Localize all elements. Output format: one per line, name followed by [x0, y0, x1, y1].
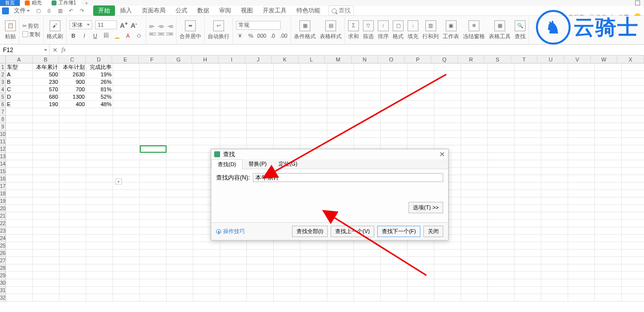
cell[interactable] — [140, 145, 167, 153]
cell[interactable] — [595, 272, 622, 279]
row-header[interactable]: 27 — [0, 257, 5, 264]
cell[interactable] — [568, 108, 595, 116]
cell[interactable] — [33, 235, 59, 242]
cell[interactable] — [515, 272, 541, 279]
col-header-I[interactable]: I — [219, 56, 245, 63]
cell[interactable] — [354, 264, 381, 272]
cell[interactable] — [140, 123, 167, 130]
cell[interactable] — [247, 272, 274, 279]
cell[interactable] — [59, 220, 86, 227]
cell[interactable] — [274, 101, 300, 108]
cell[interactable] — [220, 287, 247, 294]
cell[interactable] — [220, 250, 247, 257]
cell[interactable] — [193, 257, 220, 264]
cell[interactable] — [33, 205, 59, 212]
cell[interactable] — [274, 257, 300, 264]
cell[interactable] — [354, 250, 381, 257]
cell[interactable] — [381, 130, 408, 138]
cell[interactable] — [595, 227, 622, 235]
cell[interactable] — [354, 257, 381, 264]
cell[interactable] — [33, 168, 59, 175]
cell[interactable] — [33, 272, 59, 279]
cell[interactable] — [220, 116, 247, 123]
cell[interactable] — [59, 138, 86, 145]
cell[interactable] — [6, 183, 33, 190]
font-name-select[interactable]: 宋体 — [69, 20, 92, 29]
tab-review[interactable]: 审阅 — [214, 5, 236, 16]
align-center[interactable] — [158, 31, 165, 37]
col-header-J[interactable]: J — [245, 56, 272, 63]
cell[interactable] — [113, 272, 140, 279]
cell[interactable] — [327, 257, 354, 264]
cell[interactable] — [381, 63, 408, 71]
cell[interactable] — [6, 257, 33, 264]
cell[interactable] — [220, 242, 247, 250]
cell[interactable] — [515, 220, 541, 227]
cell[interactable] — [434, 287, 461, 294]
cell[interactable] — [247, 78, 274, 86]
clear-format-button[interactable]: ◇ — [135, 32, 143, 40]
cell[interactable] — [33, 242, 59, 250]
cell[interactable] — [220, 93, 247, 101]
cell[interactable] — [461, 197, 488, 205]
cell[interactable] — [140, 220, 167, 227]
cell[interactable] — [193, 78, 220, 86]
cell[interactable] — [193, 63, 220, 71]
cell[interactable] — [247, 242, 274, 250]
tab-page-layout[interactable]: 页面布局 — [137, 5, 171, 16]
row-header[interactable]: 31 — [0, 287, 5, 294]
cell[interactable] — [568, 101, 595, 108]
cell[interactable] — [622, 272, 644, 279]
cell[interactable] — [622, 160, 644, 168]
undo-icon[interactable]: ↶ — [67, 7, 74, 14]
cell[interactable] — [193, 116, 220, 123]
cell[interactable] — [6, 153, 33, 160]
cell[interactable] — [167, 160, 193, 168]
cell[interactable] — [327, 242, 354, 250]
ribbon-search[interactable]: 查找 — [328, 5, 354, 16]
cell[interactable] — [461, 175, 488, 183]
cell[interactable] — [140, 108, 167, 116]
cell[interactable] — [408, 78, 434, 86]
cell[interactable] — [622, 205, 644, 212]
cell[interactable] — [381, 250, 408, 257]
align-right[interactable] — [166, 31, 173, 37]
cell[interactable] — [300, 279, 327, 287]
tab-start[interactable]: 开始 — [93, 5, 115, 16]
align-top-right[interactable] — [166, 23, 173, 29]
print-icon[interactable]: ⎙ — [46, 7, 53, 14]
cell[interactable] — [354, 78, 381, 86]
cell[interactable] — [461, 93, 488, 101]
cell[interactable] — [541, 264, 568, 272]
cell[interactable] — [33, 145, 59, 153]
col-header-U[interactable]: U — [537, 56, 564, 63]
row-header[interactable]: 23 — [0, 227, 5, 235]
cell[interactable] — [488, 257, 515, 264]
cell[interactable] — [434, 264, 461, 272]
cell[interactable] — [6, 175, 33, 183]
cell[interactable] — [515, 227, 541, 235]
cell[interactable] — [59, 183, 86, 190]
cell[interactable] — [622, 108, 644, 116]
cell[interactable] — [6, 123, 33, 130]
col-header-P[interactable]: P — [405, 56, 431, 63]
cell[interactable] — [488, 78, 515, 86]
cell[interactable] — [461, 130, 488, 138]
cell[interactable] — [595, 86, 622, 93]
cell[interactable] — [434, 242, 461, 250]
cell[interactable] — [488, 71, 515, 78]
cell[interactable]: 26% — [86, 78, 113, 86]
cell[interactable] — [408, 242, 434, 250]
cell[interactable] — [247, 71, 274, 78]
cell[interactable] — [595, 108, 622, 116]
cell[interactable] — [59, 175, 86, 183]
cell[interactable] — [568, 257, 595, 264]
cell[interactable] — [33, 294, 59, 302]
cell[interactable] — [140, 272, 167, 279]
cell[interactable] — [327, 130, 354, 138]
cell[interactable] — [193, 93, 220, 101]
app-tab-home[interactable]: 首页 — [0, 0, 20, 6]
cell[interactable] — [113, 71, 140, 78]
cell[interactable] — [220, 108, 247, 116]
cell[interactable] — [220, 101, 247, 108]
